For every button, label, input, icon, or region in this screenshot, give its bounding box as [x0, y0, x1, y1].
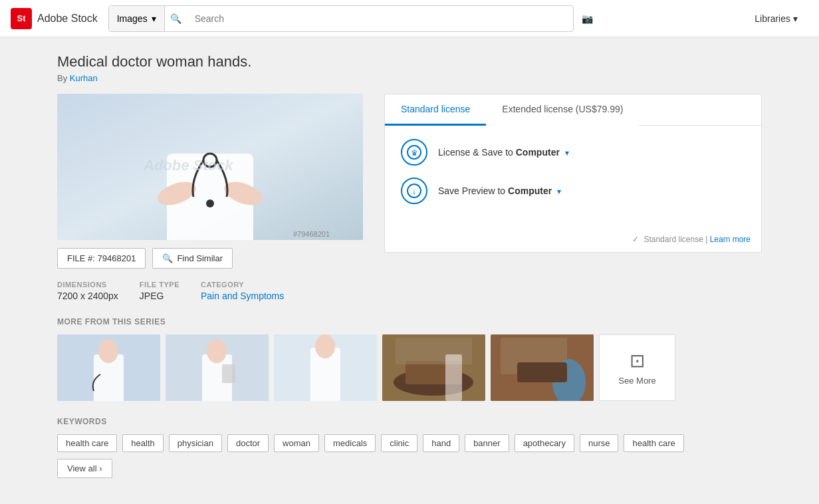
file-type-label: FILE TYPE	[140, 281, 179, 289]
chevron-down-icon: ▾	[793, 13, 798, 24]
keyword-tag[interactable]: health care	[57, 434, 117, 452]
svg-text:↓: ↓	[412, 186, 417, 196]
series-thumb-5[interactable]	[491, 334, 594, 401]
svg-rect-30	[517, 362, 567, 382]
keyword-tag[interactable]: hand	[423, 434, 459, 452]
svg-text:#79468201: #79468201	[293, 230, 330, 238]
keyword-tag[interactable]: health care	[624, 434, 683, 452]
chevron-down-icon[interactable]: ▾	[565, 148, 569, 158]
keyword-tag[interactable]: health	[122, 434, 163, 452]
license-option-2-text: Save Preview to Computer ▾	[438, 186, 561, 196]
series-section: MORE FROM THIS SERIES	[57, 317, 762, 401]
keywords-grid: health carehealthphysiciandoctorwomanmed…	[57, 434, 762, 452]
crown-icon: ♛	[407, 145, 421, 160]
series-title: MORE FROM THIS SERIES	[57, 317, 762, 326]
image-author: By Kurhan	[57, 73, 762, 83]
series-thumb-2[interactable]	[166, 334, 269, 401]
file-type-value: JPEG	[140, 291, 164, 301]
thumb-1-svg	[57, 334, 160, 401]
standard-license-tab[interactable]: Standard license	[385, 94, 486, 126]
adobe-logo-icon: St	[11, 8, 32, 29]
license-tabs: Standard license Extended license (US$79…	[385, 94, 761, 126]
keyword-tag[interactable]: nurse	[580, 434, 619, 452]
keyword-tag[interactable]: woman	[274, 434, 319, 452]
category-label: CATEGORY	[201, 281, 284, 289]
main-content: Medical doctor woman hands. By Kurhan	[44, 37, 775, 494]
find-similar-button[interactable]: 🔍 Find Similar	[152, 248, 233, 269]
checkmark-icon: ✓	[632, 235, 639, 244]
logo-area: St Adobe Stock	[11, 8, 98, 29]
category-group: CATEGORY Pain and Symptoms	[201, 281, 284, 301]
svg-text:♛: ♛	[411, 148, 418, 158]
keyword-tag[interactable]: doctor	[227, 434, 269, 452]
thumb-4-svg	[382, 334, 485, 401]
license-preview-icon: ↓	[401, 178, 427, 204]
svg-point-17	[207, 339, 227, 363]
file-type-group: FILE TYPE JPEG	[140, 281, 179, 301]
image-meta: DIMENSIONS 7200 x 2400px FILE TYPE JPEG …	[57, 281, 363, 301]
author-link[interactable]: Kurhan	[70, 73, 98, 83]
site-name: Adobe Stock	[37, 13, 98, 25]
search-magnifier-icon: 🔍	[165, 13, 187, 24]
search-area: Images ▾ 🔍	[108, 5, 574, 32]
thumb-2-svg	[166, 334, 269, 401]
file-number-button[interactable]: FILE #: 79468201	[57, 248, 146, 269]
search-icon: 🔍	[162, 253, 173, 263]
camera-icon[interactable]: 📷	[574, 8, 601, 29]
file-label: FILE #:	[67, 253, 95, 263]
image-actions: FILE #: 79468201 🔍 Find Similar	[57, 248, 363, 269]
download-icon: ↓	[407, 184, 421, 198]
keyword-tag[interactable]: physician	[169, 434, 222, 452]
keyword-tag[interactable]: banner	[465, 434, 509, 452]
see-more-icon: ⊡	[630, 350, 645, 372]
see-more-box[interactable]: ⊡ See More	[599, 334, 675, 401]
keywords-section: KEYWORDS health carehealthphysiciandocto…	[57, 417, 762, 478]
svg-text:Adobe Stock: Adobe Stock	[143, 157, 234, 174]
series-thumb-4[interactable]	[382, 334, 485, 401]
series-thumb-1[interactable]	[57, 334, 160, 401]
series-grid: ⊡ See More	[57, 334, 762, 401]
keyword-tag[interactable]: medicals	[324, 434, 376, 452]
keyword-tag[interactable]: apothecary	[515, 434, 574, 452]
libraries-button[interactable]: Libraries ▾	[744, 8, 808, 29]
category-link[interactable]: Pain and Symptoms	[201, 291, 284, 301]
keyword-tag[interactable]: clinic	[381, 434, 417, 452]
chevron-down-icon[interactable]: ▾	[557, 187, 561, 196]
search-input[interactable]	[187, 8, 573, 29]
extended-license-tab[interactable]: Extended license (US$79.99)	[486, 94, 639, 126]
license-footer: ✓ Standard license | Learn more	[385, 229, 761, 252]
main-image-container: Adobe Stock #79468201 FILE #: 79468201 🔍…	[57, 94, 363, 301]
thumb-5-svg	[491, 334, 594, 401]
learn-more-link[interactable]: Learn more	[710, 235, 751, 244]
main-image: Adobe Stock #79468201	[57, 94, 363, 240]
image-title: Medical doctor woman hands.	[57, 53, 762, 70]
license-body: ♛ License & Save to Computer ▾ ↓	[385, 126, 761, 229]
keywords-title: KEYWORDS	[57, 417, 762, 426]
license-footer-text: Standard license	[644, 235, 703, 244]
svg-point-14	[98, 339, 118, 363]
image-license-row: Adobe Stock #79468201 FILE #: 79468201 🔍…	[57, 94, 762, 301]
file-number: 79468201	[98, 253, 136, 263]
site-header: St Adobe Stock Images ▾ 🔍 📷 Libraries ▾	[0, 0, 819, 37]
see-more-label: See More	[618, 376, 655, 386]
search-type-label: Images	[117, 13, 148, 24]
dimensions-group: DIMENSIONS 7200 x 2400px	[57, 281, 118, 301]
license-option-1: ♛ License & Save to Computer ▾	[401, 139, 745, 166]
chevron-down-icon: ▾	[152, 13, 156, 24]
series-thumb-3[interactable]	[274, 334, 377, 401]
svg-rect-26	[445, 354, 462, 401]
license-option-2: ↓ Save Preview to Computer ▾	[401, 178, 745, 204]
license-option-1-text: License & Save to Computer ▾	[438, 147, 569, 158]
main-image-svg: Adobe Stock #79468201	[57, 94, 363, 240]
svg-rect-18	[222, 364, 235, 383]
view-all-button[interactable]: View all ›	[57, 459, 112, 478]
dimensions-label: DIMENSIONS	[57, 281, 118, 289]
license-save-icon: ♛	[401, 139, 427, 166]
thumb-3-svg	[274, 334, 377, 401]
search-type-dropdown[interactable]: Images ▾	[109, 6, 165, 31]
dimensions-value: 7200 x 2400px	[57, 291, 118, 301]
license-panel: Standard license Extended license (US$79…	[384, 94, 762, 253]
svg-point-5	[206, 199, 214, 207]
svg-point-21	[315, 334, 335, 358]
